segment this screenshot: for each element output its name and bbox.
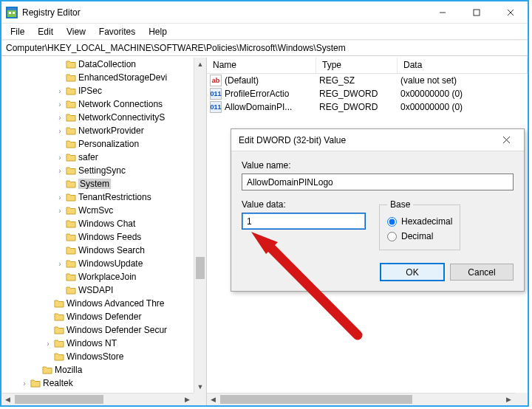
- tree-item[interactable]: ›TenantRestrictions: [1, 190, 206, 204]
- tree-item-label: Windows NT: [66, 338, 117, 348]
- scroll-right-arrow-icon[interactable]: ▶: [181, 393, 194, 405]
- tree-item[interactable]: ›safer: [1, 151, 206, 164]
- tree-item[interactable]: WSDAPI: [1, 283, 206, 297]
- expand-icon[interactable]: ›: [55, 114, 65, 122]
- tree-item-label: EnhancedStorageDevi: [78, 72, 167, 83]
- tree-item-label: Windows Defender Secur: [66, 325, 167, 335]
- tree-item[interactable]: ›NetworkConnectivityS: [1, 111, 206, 124]
- expand-icon[interactable]: ›: [55, 127, 65, 135]
- tree-item[interactable]: ›IPSec: [1, 84, 206, 97]
- tree-item[interactable]: EnhancedStorageDevi: [1, 71, 206, 84]
- tree-item[interactable]: ›Realtek: [1, 377, 206, 390]
- dialog-close-button[interactable]: [496, 130, 516, 151]
- expand-icon[interactable]: ›: [55, 207, 65, 215]
- value-name: (Default): [225, 75, 319, 86]
- menu-favorites[interactable]: Favorites: [93, 25, 141, 38]
- expand-icon[interactable]: ›: [55, 167, 65, 175]
- tree-item-label: Mozilla: [55, 365, 82, 375]
- tree-item[interactable]: ›Windows NT: [1, 337, 206, 350]
- radio-decimal[interactable]: Decimal: [387, 229, 452, 244]
- dword-value-icon: 011: [210, 101, 222, 113]
- expand-icon[interactable]: ›: [55, 87, 65, 95]
- tree-item[interactable]: Windows Feeds: [1, 230, 206, 244]
- ok-button[interactable]: OK: [381, 264, 444, 281]
- tree-item[interactable]: WorkplaceJoin: [1, 270, 206, 283]
- tree-item[interactable]: ›Network Connections: [1, 97, 206, 111]
- value-data-input[interactable]: [242, 213, 366, 230]
- tree-item[interactable]: System: [1, 177, 206, 190]
- value-data: 0x00000000 (0): [400, 102, 528, 112]
- list-item[interactable]: 011AllowDomainPI...REG_DWORD0x00000000 (…: [207, 100, 528, 114]
- tree-item[interactable]: DataCollection: [1, 58, 206, 71]
- folder-icon: [65, 152, 77, 162]
- scroll-thumb[interactable]: [15, 395, 103, 404]
- list-rows[interactable]: ab(Default)REG_SZ(value not set)011Profi…: [207, 74, 528, 114]
- tree-item-label: Windows Defender: [66, 312, 141, 322]
- tree-scrollbar-horizontal[interactable]: ◀ ▶: [1, 393, 194, 405]
- minimize-button[interactable]: [426, 1, 460, 24]
- menu-view[interactable]: View: [61, 25, 92, 38]
- radio-dec-label: Decimal: [401, 231, 433, 241]
- expand-icon[interactable]: ›: [19, 379, 30, 388]
- tree-scrollbar-vertical[interactable]: ▲ ▼: [194, 58, 206, 393]
- tree-item-label: WindowsUpdate: [78, 258, 143, 269]
- expand-icon[interactable]: ›: [55, 100, 65, 109]
- scroll-thumb[interactable]: [220, 395, 412, 404]
- tree-item[interactable]: ›WindowsUpdate: [1, 257, 206, 270]
- folder-icon: [65, 72, 77, 83]
- tree-item[interactable]: WindowsStore: [1, 350, 206, 363]
- value-name-input[interactable]: [242, 173, 514, 190]
- tree-item-label: DataCollection: [78, 59, 136, 69]
- tree-item[interactable]: Windows Chat: [1, 217, 206, 230]
- scroll-down-arrow-icon[interactable]: ▼: [194, 380, 206, 393]
- scroll-thumb[interactable]: [196, 257, 205, 279]
- scroll-up-arrow-icon[interactable]: ▲: [194, 58, 206, 70]
- tree-item[interactable]: Windows Search: [1, 244, 206, 257]
- titlebar[interactable]: Registry Editor: [1, 1, 528, 24]
- col-type[interactable]: Type: [316, 58, 398, 73]
- tree-item-label: WcmSvc: [78, 205, 113, 216]
- radio-hex-input[interactable]: [387, 217, 397, 227]
- dialog-title: Edit DWORD (32-bit) Value: [239, 135, 346, 145]
- tree-item[interactable]: ›WcmSvc: [1, 204, 206, 217]
- radio-hexadecimal[interactable]: Hexadecimal: [387, 214, 452, 229]
- tree-item[interactable]: ›NetworkProvider: [1, 124, 206, 137]
- tree-item[interactable]: ›SettingSync: [1, 164, 206, 177]
- col-data[interactable]: Data: [398, 58, 528, 73]
- menu-file[interactable]: File: [4, 25, 30, 38]
- minimize-icon: [439, 9, 446, 16]
- folder-icon: [65, 139, 77, 149]
- close-button[interactable]: [494, 1, 528, 24]
- list-item[interactable]: ab(Default)REG_SZ(value not set): [207, 74, 528, 87]
- radio-dec-input[interactable]: [387, 232, 397, 241]
- value-type: REG_DWORD: [319, 102, 400, 112]
- dialog-titlebar[interactable]: Edit DWORD (32-bit) Value: [231, 129, 524, 151]
- list-item[interactable]: 011ProfileErrorActioREG_DWORD0x00000000 …: [207, 87, 528, 100]
- cancel-button[interactable]: Cancel: [450, 264, 514, 281]
- menu-help[interactable]: Help: [143, 25, 173, 38]
- col-name[interactable]: Name: [207, 58, 316, 73]
- address-bar[interactable]: Computer\HKEY_LOCAL_MACHINE\SOFTWARE\Pol…: [1, 40, 528, 56]
- maximize-button[interactable]: [460, 1, 494, 24]
- tree-item[interactable]: Windows Advanced Thre: [1, 297, 206, 310]
- base-legend: Base: [387, 199, 413, 210]
- tree-item-label: Windows Advanced Thre: [66, 298, 165, 309]
- tree-item[interactable]: Windows Defender Secur: [1, 323, 206, 337]
- scroll-left-arrow-icon[interactable]: ◀: [1, 393, 14, 405]
- expand-icon[interactable]: ›: [43, 340, 53, 348]
- registry-editor-window: Registry Editor File Edit View Favorites…: [0, 0, 529, 407]
- tree-item[interactable]: Personalization: [1, 137, 206, 151]
- expand-icon[interactable]: ›: [55, 260, 65, 268]
- folder-icon: [53, 351, 65, 362]
- tree-item[interactable]: Windows Defender: [1, 310, 206, 323]
- folder-icon: [65, 179, 77, 189]
- scroll-left-arrow-icon[interactable]: ◀: [207, 393, 219, 405]
- scroll-right-arrow-icon[interactable]: ▶: [502, 393, 515, 405]
- menu-edit[interactable]: Edit: [32, 25, 59, 38]
- registry-tree[interactable]: DataCollectionEnhancedStorageDevi›IPSec›…: [1, 58, 206, 403]
- tree-item[interactable]: Mozilla: [1, 363, 206, 377]
- folder-icon: [65, 219, 77, 229]
- expand-icon[interactable]: ›: [55, 193, 65, 202]
- expand-icon[interactable]: ›: [55, 154, 65, 162]
- list-scrollbar-horizontal[interactable]: ◀ ▶: [207, 393, 515, 405]
